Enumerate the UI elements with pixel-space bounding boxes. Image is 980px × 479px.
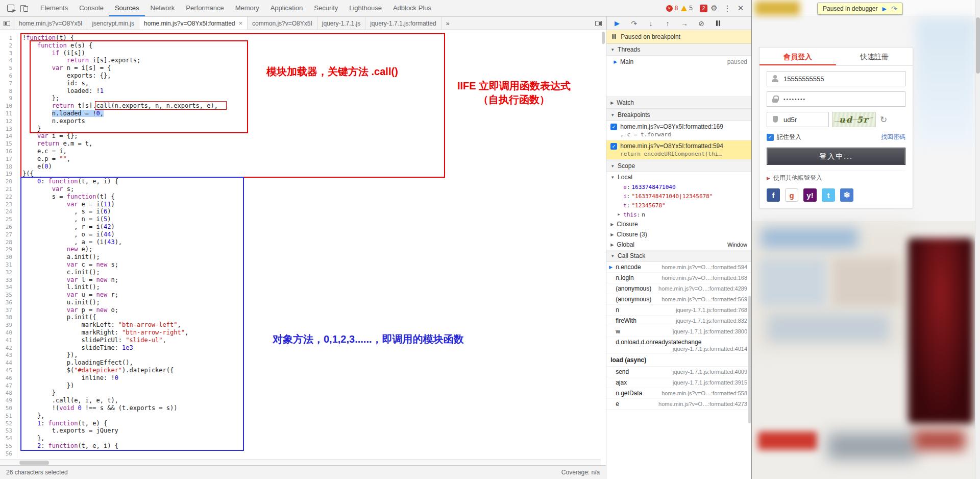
scope-group-closure[interactable]: ▶Closure xyxy=(606,219,751,229)
device-toolbar-icon[interactable] xyxy=(17,2,31,15)
code-line[interactable]: 18 e(0) xyxy=(0,163,606,171)
breakpoint-checkbox[interactable]: ✓ xyxy=(610,124,617,130)
code-line[interactable]: 55 2: function(t, e, i) { xyxy=(0,442,606,450)
panel-tab-application[interactable]: Application xyxy=(265,0,309,16)
deactivate-breakpoints-icon[interactable]: ⊘ xyxy=(694,17,709,30)
scope-group-global[interactable]: ▶GlobalWindow xyxy=(606,240,751,250)
refresh-captcha-icon[interactable]: ↻ xyxy=(880,114,887,125)
call-stack-frame[interactable]: ▶n.encodehome.min.js?v=O…:formatted:594 xyxy=(606,262,751,273)
code-line[interactable]: 26 , r = i(42) xyxy=(0,223,606,231)
scope-section-header[interactable]: ▼ Scope xyxy=(606,160,751,172)
file-tab[interactable]: common.js?v=O8Yx5I xyxy=(248,17,317,30)
code-line[interactable]: 35 var u = new r; xyxy=(0,291,606,299)
code-line[interactable]: 54 }, xyxy=(0,435,606,442)
code-line[interactable]: 56 xyxy=(0,450,606,458)
call-stack-frame[interactable]: ▶ehome.min.js?v=O…:formatted:4273 xyxy=(606,399,751,410)
code-line[interactable]: 1!function(t) { xyxy=(0,34,606,42)
code-line[interactable]: 42 slideTime: 1e3 xyxy=(0,344,606,352)
navigator-toggle-icon[interactable] xyxy=(0,17,14,30)
sidebar-scrollbar[interactable] xyxy=(748,296,751,423)
call-stack-frame[interactable]: ▶ajaxjquery-1.7.1.js:formatted:3915 xyxy=(606,377,751,388)
code-line[interactable]: 9 }; xyxy=(0,94,606,102)
menu-kebab-icon[interactable]: ⋮ xyxy=(721,2,734,15)
panel-tab-security[interactable]: Security xyxy=(308,0,344,16)
panel-tab-network[interactable]: Network xyxy=(145,0,181,16)
panel-tab-memory[interactable]: Memory xyxy=(230,0,265,16)
call-stack-frame[interactable]: ▶sendjquery-1.7.1.js:formatted:4009 xyxy=(606,367,751,377)
code-line[interactable]: 2 function e(s) { xyxy=(0,42,606,50)
code-line[interactable]: 43 }), xyxy=(0,351,606,359)
login-submit-button[interactable]: 登入中... xyxy=(767,148,905,165)
code-line[interactable]: 48 } xyxy=(0,389,606,397)
snowflake-icon[interactable]: ❄ xyxy=(840,188,853,202)
code-line[interactable]: 14 var i = {}; xyxy=(0,132,606,140)
close-devtools-icon[interactable]: ✕ xyxy=(734,2,747,15)
code-line[interactable]: 50 !(void 0 !== s && (t.exports = s)) xyxy=(0,404,606,412)
code-line[interactable]: 6 exports: {}, xyxy=(0,72,606,80)
panel-tab-sources[interactable]: Sources xyxy=(109,0,145,16)
code-line[interactable]: 30 a.init(); xyxy=(0,253,606,261)
editor-vertical-scrollbar[interactable] xyxy=(601,30,606,459)
page-scrollbar[interactable] xyxy=(975,0,980,479)
code-line[interactable]: 27 , o = i(44) xyxy=(0,231,606,238)
file-tab[interactable]: jquery-1.7.1.js xyxy=(317,17,365,30)
breakpoints-section-header[interactable]: ▼ Breakpoints xyxy=(606,109,751,121)
code-line[interactable]: 31 var c = new s; xyxy=(0,261,606,269)
thread-row-main[interactable]: ▶ Main paused xyxy=(606,56,751,68)
code-line[interactable]: 49 .call(e, i, e, t), xyxy=(0,397,606,404)
call-stack-frame[interactable]: ▶fireWithjquery-1.7.1.js:formatted:832 xyxy=(606,316,751,326)
code-line[interactable]: 47 }) xyxy=(0,382,606,390)
code-line[interactable]: 32 c.init(); xyxy=(0,269,606,276)
code-line[interactable]: 21 var s; xyxy=(0,185,606,193)
code-line[interactable]: 22 s = function(t) { xyxy=(0,193,606,201)
scope-group-closure-3-[interactable]: ▶Closure (3) xyxy=(606,229,751,240)
warning-badge[interactable]: 5 xyxy=(681,5,693,12)
toggle-debugger-sidebar-icon[interactable] xyxy=(591,17,606,30)
file-tab[interactable]: home.min.js?v=O8Yx5I:formatted× xyxy=(139,17,248,30)
step-over-icon[interactable]: ↷ xyxy=(891,5,897,13)
code-line[interactable]: 46 inline: !0 xyxy=(0,374,606,382)
close-tab-icon[interactable]: × xyxy=(239,20,243,27)
code-line[interactable]: 3 if (i[s]) xyxy=(0,50,606,57)
inspect-icon[interactable] xyxy=(4,2,17,15)
resume-script-icon[interactable]: ▶ xyxy=(882,6,886,12)
pause-on-exceptions-icon[interactable] xyxy=(710,17,726,30)
code-line[interactable]: 38 p.init({ xyxy=(0,314,606,321)
step-over-icon[interactable]: ↷ xyxy=(626,17,642,30)
tab-overflow-icon[interactable]: » xyxy=(442,17,454,30)
scope-variable[interactable]: t: "12345678" xyxy=(606,201,751,210)
call-stack-frame[interactable]: ▶wjquery-1.7.1.js:formatted:3800 xyxy=(606,326,751,337)
panel-tab-elements[interactable]: Elements xyxy=(35,0,74,16)
code-line[interactable]: 17 e.p = "", xyxy=(0,155,606,163)
code-line[interactable]: 16 e.c = i, xyxy=(0,148,606,155)
call-stack-frame[interactable]: ▶d.onload.d.onreadystatechangejquery-1.7… xyxy=(606,337,751,354)
step-icon[interactable]: → xyxy=(677,17,692,30)
code-line[interactable]: 11 n.loaded = !0, xyxy=(0,110,606,117)
scope-group-local[interactable]: ▼Local xyxy=(606,172,751,182)
code-line[interactable]: 25 , n = i(5) xyxy=(0,215,606,223)
call-stack-frame[interactable]: ▶njquery-1.7.1.js:formatted:768 xyxy=(606,305,751,316)
code-line[interactable]: 44 p.loadingEffect(), xyxy=(0,359,606,367)
resume-script-icon[interactable]: ▶ xyxy=(609,17,625,30)
breakpoint-item[interactable]: ✓home.min.js?v=O8Yx5I:formatted:594retur… xyxy=(606,140,751,160)
file-tab[interactable]: jsencrypt.min.js xyxy=(87,17,139,30)
tab-member-login[interactable]: 會員登入 xyxy=(760,47,836,65)
code-line[interactable]: 24 , s = i(6) xyxy=(0,208,606,215)
code-line[interactable]: 33 var l = new n; xyxy=(0,276,606,284)
code-line[interactable]: 15 return e.m = t, xyxy=(0,140,606,148)
breakpoint-checkbox[interactable]: ✓ xyxy=(610,143,617,150)
panel-tab-performance[interactable]: Performance xyxy=(180,0,229,16)
code-line[interactable]: 53 t.exports = jQuery xyxy=(0,427,606,435)
call-stack-frame[interactable]: ▶(anonymous)home.min.js?v=O…:formatted:5… xyxy=(606,294,751,305)
remember-checkbox[interactable]: ✓ xyxy=(767,134,774,141)
watch-section-header[interactable]: ▶ Watch xyxy=(606,97,751,109)
code-line[interactable]: 5 var n = i[s] = { xyxy=(0,64,606,72)
error-badge[interactable]: ×8 xyxy=(666,5,678,12)
captcha-image[interactable]: ud 5r xyxy=(832,112,876,127)
code-line[interactable]: 20 0: function(t, e, i) { xyxy=(0,178,606,185)
code-line[interactable]: 12 n.exports xyxy=(0,117,606,125)
breakpoint-item[interactable]: ✓home.min.js?v=O8Yx5I:formatted:169, c =… xyxy=(606,121,751,140)
bird-icon[interactable]: t xyxy=(822,188,835,202)
threads-section-header[interactable]: ▼ Threads xyxy=(606,43,751,56)
call-stack-frame[interactable]: ▶n.loginhome.min.js?v=O…:formatted:168 xyxy=(606,273,751,283)
